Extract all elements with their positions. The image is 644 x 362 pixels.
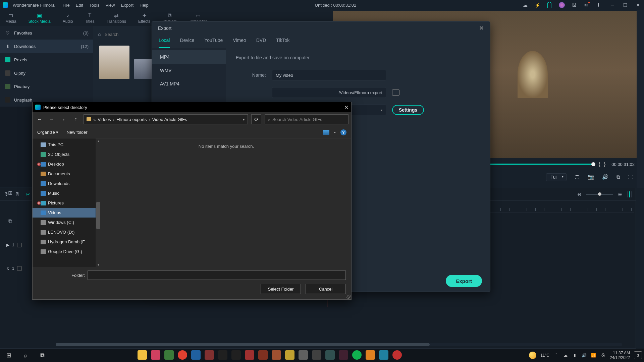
nav-recent-icon[interactable]: ▾ xyxy=(59,117,68,122)
view-mode-icon[interactable] xyxy=(323,130,329,135)
volume-tray-icon[interactable]: 🔊 xyxy=(582,353,587,358)
nav-forward-icon[interactable]: → xyxy=(47,116,56,122)
tree-item-desktop[interactable]: Desktop xyxy=(33,159,101,169)
menu-file[interactable]: File xyxy=(63,3,70,8)
export-close-button[interactable]: ✕ xyxy=(479,24,484,32)
sidebar-item-favorites[interactable]: Favorites(0) xyxy=(0,26,93,40)
export-tab-dvd[interactable]: DVD xyxy=(256,35,266,48)
export-confirm-button[interactable]: Export xyxy=(446,275,482,287)
taskbar-app[interactable] xyxy=(364,349,376,361)
menu-tools[interactable]: Tools xyxy=(89,3,99,8)
export-settings-button[interactable]: Settings xyxy=(392,105,424,115)
tree-item-windows-c-[interactable]: Windows (C:) xyxy=(33,218,101,227)
format-mp4[interactable]: MP4 xyxy=(152,50,226,64)
taskbar-app[interactable] xyxy=(190,349,202,361)
avatar-icon[interactable] xyxy=(559,2,565,8)
expand-icon[interactable]: ⛶ xyxy=(628,174,633,180)
organize-button[interactable]: Organize ▾ xyxy=(37,130,58,135)
view-mode-chevron-icon[interactable]: ▾ xyxy=(334,130,336,134)
notifications-button[interactable]: 3 xyxy=(634,351,642,359)
mail-icon[interactable]: ✉ xyxy=(584,2,589,8)
taskbar-search-icon[interactable]: ⌕ xyxy=(19,349,32,362)
cancel-button[interactable]: Cancel xyxy=(306,284,346,294)
zoom-in-icon[interactable]: ⊕ xyxy=(618,191,622,197)
directory-close-button[interactable]: ✕ xyxy=(344,104,348,111)
export-name-input[interactable]: My video xyxy=(272,70,386,80)
close-button[interactable]: ✕ xyxy=(635,2,641,8)
taskbar-app[interactable] xyxy=(217,349,229,361)
menu-edit[interactable]: Edit xyxy=(76,3,83,8)
pip-icon[interactable]: ⧉ xyxy=(616,174,620,180)
nav-up-icon[interactable]: ↑ xyxy=(71,116,80,122)
export-tab-vimeo[interactable]: Vimeo xyxy=(233,35,246,48)
timeline-zoom-slider[interactable] xyxy=(586,194,613,195)
lightbulb-icon[interactable]: ⚡ xyxy=(535,2,540,8)
download-update-icon[interactable]: ⬇ xyxy=(596,2,601,8)
cloud-icon[interactable]: ☁ xyxy=(523,2,528,8)
tree-item-downloads[interactable]: Downloads xyxy=(33,179,101,188)
headset-icon[interactable]: ⎧⎫ xyxy=(547,2,552,8)
refresh-button[interactable]: ⟳ xyxy=(251,114,261,124)
seek-knob[interactable] xyxy=(591,162,595,166)
media-thumb[interactable] xyxy=(99,46,129,79)
weather-icon[interactable] xyxy=(529,352,536,359)
taskbar-clock[interactable]: 11:37 AM 24/12/2022 xyxy=(610,351,630,360)
nav-back-icon[interactable]: ← xyxy=(35,116,44,122)
tree-item-google-drive-g-[interactable]: Google Drive (G:) xyxy=(33,247,101,256)
export-saveto-input[interactable]: /Videos/FIlmora export xyxy=(272,87,386,98)
breadcrumb[interactable]: «Videos›FIlmora exports›Video Article GI… xyxy=(84,114,248,124)
lock-icon[interactable] xyxy=(17,266,22,271)
tree-item-videos[interactable]: Videos xyxy=(33,208,101,218)
tool-layers-icon[interactable]: ⧉ xyxy=(8,218,12,224)
tool-grid-icon[interactable]: ⊞ xyxy=(8,190,12,196)
sidebar-item-giphy[interactable]: Giphy xyxy=(0,66,93,80)
breadcrumb-segment[interactable]: Video Article GIFs xyxy=(152,117,187,122)
tree-item-lenovo-d-[interactable]: LENOVO (D:) xyxy=(33,227,101,237)
sidebar-item-pixabay[interactable]: Pixabay xyxy=(0,80,93,93)
browse-folder-icon[interactable] xyxy=(392,89,399,96)
taskbar-app[interactable] xyxy=(270,349,282,361)
taskbar-app[interactable] xyxy=(230,349,242,361)
taskbar-app[interactable] xyxy=(324,349,336,361)
tree-item-hydrogen-bamb-f[interactable]: Hydrogen Bamb (F xyxy=(33,237,101,247)
wifi-icon[interactable]: 📶 xyxy=(591,353,596,358)
taskbar-app[interactable] xyxy=(257,349,269,361)
lock-icon[interactable] xyxy=(17,243,22,247)
module-tab-transitions[interactable]: ⇄Transitions xyxy=(107,12,126,24)
right-scrollbar[interactable] xyxy=(637,10,644,188)
auto-beat-icon[interactable]: ✂ xyxy=(26,191,30,197)
module-tab-audio[interactable]: ♪Audio xyxy=(63,12,73,24)
start-button[interactable]: ⊞ xyxy=(2,349,15,362)
tree-item-3d-objects[interactable]: 3D Objects xyxy=(33,149,101,159)
zoom-out-icon[interactable]: ⊖ xyxy=(577,191,582,197)
directory-content[interactable]: No items match your search. xyxy=(101,138,351,267)
scrollbar-thumb[interactable] xyxy=(56,343,430,346)
tree-scrollbar[interactable]: ▴ ▾ xyxy=(96,138,101,267)
onedrive-icon[interactable]: ☁ xyxy=(563,353,568,358)
taskbar-app[interactable] xyxy=(337,349,350,361)
taskbar-app[interactable] xyxy=(150,349,162,361)
tree-item-documents[interactable]: Documents xyxy=(33,169,101,179)
snapshot-icon[interactable]: 📷 xyxy=(588,174,594,180)
resize-grip[interactable] xyxy=(346,295,351,299)
tray-chevron-icon[interactable]: ˄ xyxy=(553,353,559,358)
module-tab-titles[interactable]: TTitles xyxy=(85,12,94,24)
task-view-icon[interactable]: ⧉ xyxy=(36,349,49,362)
tree-item-this-pc[interactable]: This PC xyxy=(33,140,101,149)
directory-help-icon[interactable]: ? xyxy=(340,129,346,135)
taskbar-app[interactable] xyxy=(391,349,403,361)
export-tab-tiktok[interactable]: TikTok xyxy=(276,35,289,48)
menu-view[interactable]: View xyxy=(105,3,115,8)
menu-help[interactable]: Help xyxy=(140,3,149,8)
tree-item-music[interactable]: Music xyxy=(33,188,101,198)
taskbar-app[interactable] xyxy=(203,349,215,361)
taskbar-app[interactable] xyxy=(136,349,148,361)
directory-search[interactable]: ⌕ Search Video Article GIFs xyxy=(265,114,348,124)
folder-input[interactable] xyxy=(88,270,346,280)
volume-icon[interactable]: 🔊 xyxy=(602,174,608,180)
module-tab-stock-media[interactable]: ▣Stock Media xyxy=(29,12,51,24)
taskbar-app[interactable] xyxy=(378,349,390,361)
breadcrumb-segment[interactable]: FIlmora exports xyxy=(116,117,147,122)
taskbar-app[interactable] xyxy=(351,349,363,361)
display-icon[interactable]: 🖵 xyxy=(575,174,580,180)
